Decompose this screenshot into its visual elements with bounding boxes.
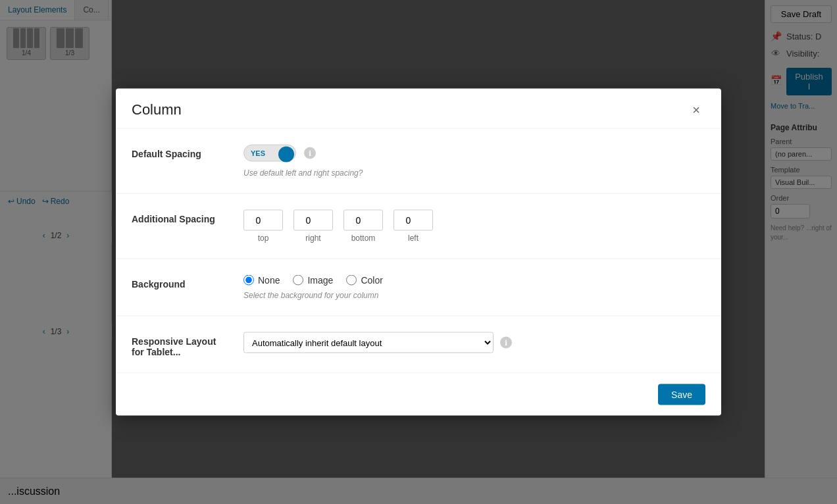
responsive-info-icon[interactable]: ℹ (500, 337, 512, 349)
spacing-right-label: right (305, 234, 320, 243)
default-spacing-hint: Use default left and right spacing? (243, 168, 705, 178)
responsive-layout-select[interactable]: Automatically inherit default layout Ful… (243, 332, 494, 353)
modal-footer: Save (116, 374, 721, 416)
spacing-left-label: left (408, 234, 419, 243)
spacing-bottom-input[interactable] (343, 210, 383, 231)
background-image-option[interactable]: Image (293, 275, 333, 286)
additional-spacing-section: Additional Spacing top right bottom (116, 194, 721, 259)
responsive-layout-content: Automatically inherit default layout Ful… (243, 332, 705, 353)
modal-save-button[interactable]: Save (658, 384, 705, 405)
spacing-left-input[interactable] (393, 210, 433, 231)
background-none-label: None (258, 275, 280, 286)
background-image-radio[interactable] (293, 275, 303, 286)
info-icon[interactable]: ℹ (304, 147, 316, 159)
toggle-row: YES ℹ (243, 145, 705, 162)
responsive-layout-label: Responsive Layout for Tablet... (132, 332, 217, 357)
toggle-circle (278, 147, 294, 163)
spacing-right-input[interactable] (293, 210, 333, 231)
additional-spacing-content: top right bottom left (243, 210, 705, 243)
modal-body: Default Spacing YES ℹ Use default left a… (116, 129, 721, 374)
background-none-option[interactable]: None (243, 275, 280, 286)
modal-title: Column (132, 101, 182, 118)
additional-spacing-label: Additional Spacing (132, 210, 217, 224)
default-spacing-toggle[interactable]: YES (243, 145, 296, 162)
spacing-field-bottom: bottom (343, 210, 383, 243)
background-content: None Image Color Select the background f… (243, 275, 705, 300)
default-spacing-label: Default Spacing (132, 145, 217, 159)
background-image-label: Image (307, 275, 333, 286)
responsive-select-row: Automatically inherit default layout Ful… (243, 332, 705, 353)
default-spacing-section: Default Spacing YES ℹ Use default left a… (116, 129, 721, 194)
toggle-yes-label: YES (245, 147, 270, 160)
background-section: Background None Image Color (116, 259, 721, 316)
background-color-option[interactable]: Color (346, 275, 382, 286)
spacing-top-input[interactable] (243, 210, 283, 231)
background-hint: Select the background for your column (243, 291, 705, 300)
column-modal: Column × Default Spacing YES ℹ Use defau… (116, 89, 721, 416)
spacing-top-label: top (258, 234, 269, 243)
spacing-field-top: top (243, 210, 283, 243)
spacing-field-left: left (393, 210, 433, 243)
background-radio-row: None Image Color (243, 275, 705, 286)
modal-header: Column × (116, 89, 721, 129)
spacing-inputs: top right bottom left (243, 210, 705, 243)
background-color-label: Color (361, 275, 382, 286)
spacing-field-right: right (293, 210, 333, 243)
default-spacing-content: YES ℹ Use default left and right spacing… (243, 145, 705, 178)
spacing-bottom-label: bottom (351, 234, 376, 243)
responsive-layout-section: Responsive Layout for Tablet... Automati… (116, 316, 721, 374)
background-color-radio[interactable] (346, 275, 357, 286)
background-none-radio[interactable] (243, 275, 254, 286)
background-label: Background (132, 275, 217, 290)
modal-close-button[interactable]: × (687, 101, 705, 119)
